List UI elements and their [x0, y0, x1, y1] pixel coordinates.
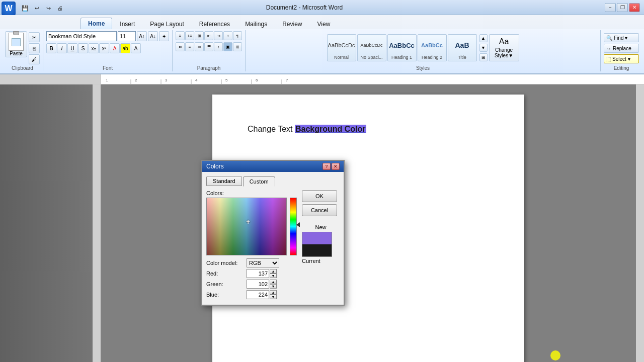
restore-button[interactable]: ❐ — [617, 3, 628, 12]
tab-review[interactable]: Review — [275, 18, 309, 30]
quick-access-toolbar: 💾 ↩ ↪ 🖨 — [20, 3, 65, 13]
underline-button[interactable]: U — [67, 43, 77, 53]
save-button[interactable]: 💾 — [20, 3, 30, 13]
ruler: 1 2 3 4 5 6 7 — [0, 74, 644, 84]
dialog-close-button[interactable]: ✕ — [332, 163, 340, 170]
styles-label: Styles — [246, 65, 600, 71]
green-spinner: ▲ ▼ — [270, 280, 277, 289]
format-painter-button[interactable]: 🖌 — [29, 54, 40, 64]
tab-bar: Home Insert Page Layout References Maili… — [0, 15, 644, 29]
blue-spinner: ▲ ▼ — [270, 290, 277, 299]
dialog-title: Colors — [206, 163, 224, 170]
italic-button[interactable]: I — [57, 43, 67, 53]
green-input[interactable] — [247, 280, 269, 289]
dialog-tab-standard[interactable]: Standard — [206, 176, 242, 186]
style-heading2[interactable]: AaBbCc Heading 2 — [418, 34, 447, 61]
cut-button[interactable]: ✂ — [29, 32, 40, 42]
tab-view[interactable]: View — [310, 18, 338, 30]
subscript-button[interactable]: x₂ — [89, 43, 99, 53]
blue-down[interactable]: ▼ — [270, 295, 277, 299]
copy-button[interactable]: ⎘ — [29, 43, 40, 53]
tab-page-layout[interactable]: Page Layout — [142, 18, 191, 30]
right-scrollbar[interactable] — [636, 84, 644, 362]
align-center-button[interactable]: ≡ — [185, 42, 194, 51]
color-model-label: Color model: — [206, 260, 247, 266]
clear-format-button[interactable]: ✦ — [159, 31, 169, 41]
bullets-button[interactable]: ≡ — [176, 31, 185, 40]
svg-text:2: 2 — [135, 78, 137, 82]
blue-up[interactable]: ▲ — [270, 290, 277, 295]
svg-text:6: 6 — [256, 78, 258, 82]
document-text: Change Text Background Color — [248, 125, 489, 134]
shrink-font-button[interactable]: A↓ — [148, 31, 158, 41]
align-left-button[interactable]: ⬅ — [176, 42, 185, 51]
change-styles-button[interactable]: Aa ChangeStyles▼ — [489, 34, 519, 61]
close-button[interactable]: ✕ — [629, 3, 640, 12]
justify-button[interactable]: ☰ — [204, 42, 213, 51]
tab-mailings[interactable]: Mailings — [237, 18, 275, 30]
style-title[interactable]: AaB Title — [448, 34, 477, 61]
ruler-main: 1 2 3 4 5 6 7 — [101, 74, 644, 84]
color-picker-area: Colors: — [206, 190, 298, 301]
bold-button[interactable]: B — [46, 43, 56, 53]
multilevel-button[interactable]: ⊞ — [195, 31, 204, 40]
paragraph-group: ≡ 1≡ ⊞ ⇤ ⇥ ↕ ¶ ⬅ ≡ ➡ ☰ — [173, 30, 246, 71]
strikethrough-button[interactable]: S — [78, 43, 88, 53]
font-group: A↑ A↓ ✦ B I U S x₂ x² A ab — [43, 30, 173, 71]
dialog-help-button[interactable]: ? — [323, 163, 331, 170]
search-icon: 🔍 — [606, 35, 612, 41]
style-normal[interactable]: AaBbCcDc Normal — [327, 34, 356, 61]
styles-expand[interactable]: ⊞ — [479, 53, 488, 61]
line-spacing-button[interactable]: ↕ — [214, 42, 223, 51]
styles-scroll-down[interactable]: ▼ — [479, 44, 488, 52]
dialog-content: Standard Custom Colors: — [202, 172, 344, 305]
style-heading1[interactable]: AaBbCc Heading 1 — [387, 34, 417, 61]
find-button[interactable]: 🔍 Find ▾ — [604, 33, 639, 42]
hue-strip[interactable] — [290, 198, 297, 255]
numbering-button[interactable]: 1≡ — [185, 31, 194, 40]
borders-button[interactable]: ⊞ — [233, 42, 242, 51]
paste-button[interactable]: Paste — [5, 31, 27, 57]
font-name-input[interactable] — [46, 31, 117, 41]
dialog-tabs: Standard Custom — [206, 176, 340, 186]
tab-insert[interactable]: Insert — [112, 18, 142, 30]
vertical-scrollbar-left[interactable] — [93, 84, 101, 362]
replace-button[interactable]: ↔ Replace — [604, 44, 639, 53]
tab-home[interactable]: Home — [80, 18, 112, 30]
styles-scroll-up[interactable]: ▲ — [479, 34, 488, 42]
tab-references[interactable]: References — [192, 18, 237, 30]
red-input[interactable] — [247, 269, 269, 278]
dialog-tab-custom[interactable]: Custom — [243, 176, 275, 187]
increase-indent-button[interactable]: ⇥ — [214, 31, 223, 40]
show-marks-button[interactable]: ¶ — [233, 31, 242, 40]
decrease-indent-button[interactable]: ⇤ — [204, 31, 213, 40]
blue-input[interactable] — [247, 290, 269, 299]
grow-font-button[interactable]: A↑ — [137, 31, 147, 41]
text-effect-button[interactable]: A — [131, 43, 141, 53]
font-color-button[interactable]: A — [110, 43, 120, 53]
style-no-spacing[interactable]: AaBbCcDc No Spaci... — [357, 34, 386, 61]
superscript-button[interactable]: x² — [99, 43, 109, 53]
ok-button[interactable]: OK — [302, 190, 337, 202]
red-down[interactable]: ▼ — [270, 274, 277, 278]
undo-button[interactable]: ↩ — [32, 3, 42, 13]
highlighted-text: Background Color — [295, 125, 366, 133]
color-gradient[interactable] — [206, 198, 287, 255]
select-button[interactable]: ⬚ Select ▾ — [604, 54, 639, 63]
ruler-left-margin — [0, 74, 101, 84]
green-down[interactable]: ▼ — [270, 284, 277, 289]
shading-button[interactable]: ▣ — [223, 42, 232, 51]
minimize-button[interactable]: − — [605, 3, 616, 12]
highlight-button[interactable]: ab — [120, 43, 130, 53]
green-up[interactable]: ▲ — [270, 280, 277, 284]
svg-text:5: 5 — [225, 78, 228, 82]
red-up[interactable]: ▲ — [270, 269, 277, 274]
print-button[interactable]: 🖨 — [55, 3, 65, 13]
dialog-right: OK Cancel New Current — [302, 190, 340, 301]
font-size-input[interactable] — [118, 31, 136, 41]
redo-button[interactable]: ↪ — [43, 3, 53, 13]
align-right-button[interactable]: ➡ — [195, 42, 204, 51]
sort-button[interactable]: ↕ — [223, 31, 232, 40]
color-model-select[interactable]: RGB HSL — [247, 258, 279, 267]
cancel-button[interactable]: Cancel — [302, 204, 337, 216]
